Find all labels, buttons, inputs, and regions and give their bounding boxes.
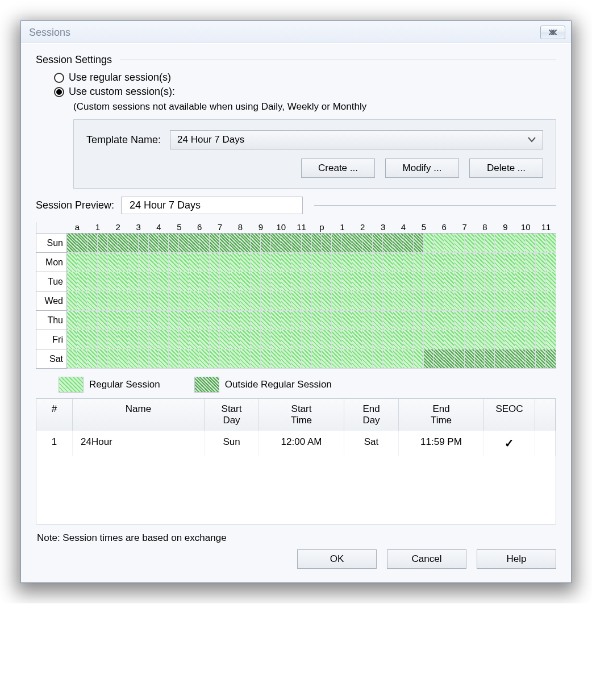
timeline-cell [526,349,536,369]
timeline-cell [373,272,383,291]
table-row[interactable]: 124HourSun12:00 AMSat11:59 PM✓ [36,431,556,456]
delete-button[interactable]: Delete ... [469,159,543,178]
help-button[interactable]: Help [477,549,556,569]
timeline-cell [373,291,383,311]
timeline-cell [455,330,465,349]
col-header-end-time[interactable]: End Time [399,399,484,431]
timeline-cell [302,330,312,349]
timeline-cell [220,253,230,272]
col-header-number[interactable]: # [36,399,73,431]
timeline-cell [220,311,230,330]
timeline-cell [414,253,424,272]
timeline-cell [362,291,373,311]
hour-header: 5 [414,222,434,233]
timeline-cell [179,291,189,311]
timeline-cell [342,349,352,369]
timeline-cell [159,330,169,349]
timeline-cell [332,253,342,272]
timeline-cell [465,291,475,311]
timeline-cell [505,291,515,311]
session-preview-value: 24 Hour 7 Days [121,197,303,214]
timeline-cell [515,234,526,253]
timeline-cell [281,272,291,291]
timeline-cell [332,311,342,330]
timeline-cell [403,349,414,369]
radio-icon [54,87,64,97]
timeline-cell [332,272,342,291]
timeline-cell [312,291,322,311]
timeline-cell [128,311,139,330]
timeline-cell [403,272,414,291]
col-header-start-time[interactable]: Start Time [259,399,344,431]
col-header-start-day[interactable]: Start Day [205,399,259,431]
timeline-cell [169,291,179,311]
timeline-cell [261,349,271,369]
timeline-cell [444,272,455,291]
timeline-cell [332,349,342,369]
timeline-cell [251,234,261,253]
timeline-cell [291,349,302,369]
timeline-cell [87,234,98,253]
timeline-cell [77,253,87,272]
timeline-cell [159,311,169,330]
timeline-cell [515,253,526,272]
timeline-cell [302,253,312,272]
hour-header: 3 [373,222,393,233]
timeline-cell [98,311,108,330]
timeline-cell [189,349,199,369]
timeline-cell [169,234,179,253]
close-button[interactable] [540,26,565,39]
timeline-cell [87,291,98,311]
timeline-cell [393,311,403,330]
col-header-seoc[interactable]: SEOC [484,399,535,431]
timeline-cell [230,234,240,253]
template-name-select[interactable]: 24 Hour 7 Days [170,130,543,149]
cancel-button[interactable]: Cancel [387,549,466,569]
timeline-cell [240,272,251,291]
timeline-cell [179,330,189,349]
col-header-name[interactable]: Name [73,399,205,431]
cell-start-day: Sun [205,431,259,456]
col-header-end-day[interactable]: End Day [344,399,399,431]
timeline-cell [373,349,383,369]
timeline-cell [281,330,291,349]
hour-header: 2 [108,222,128,233]
timeline-cell [128,234,139,253]
timeline-cell [128,253,139,272]
timeline-cell [291,330,302,349]
radio-icon [54,73,64,83]
legend-outside: Outside Regular Session [194,377,332,393]
timeline-cell [495,291,505,311]
timeline-cell [424,272,434,291]
timeline-cell [210,311,220,330]
timeline-cell [373,311,383,330]
modify-button[interactable]: Modify ... [385,159,459,178]
radio-regular-sessions[interactable]: Use regular session(s) [54,72,556,84]
timeline-cell [77,349,87,369]
timeline-cell [444,311,455,330]
timeline-cell [261,311,271,330]
timeline-cell [169,349,179,369]
timeline-cell [322,291,332,311]
timeline-cell [210,234,220,253]
timeline-cell [495,311,505,330]
timeline-cell [220,330,230,349]
timeline-cell [362,272,373,291]
radio-custom-sessions[interactable]: Use custom session(s): [54,86,556,98]
hour-header: 8 [475,222,495,233]
create-button[interactable]: Create ... [301,159,375,178]
timeline-cell [291,272,302,291]
timeline-cell [424,330,434,349]
timeline-cell [455,349,465,369]
timeline-cell [352,311,362,330]
ok-button[interactable]: OK [297,549,377,569]
hour-header: 4 [393,222,414,233]
hour-header: a [67,222,87,233]
timeline-cell [424,311,434,330]
timeline-cell [312,253,322,272]
timeline-cell [210,330,220,349]
timeline-cell [271,311,281,330]
timeline-cell [536,291,546,311]
day-header: Fri [36,330,67,349]
timeline-cell [281,311,291,330]
